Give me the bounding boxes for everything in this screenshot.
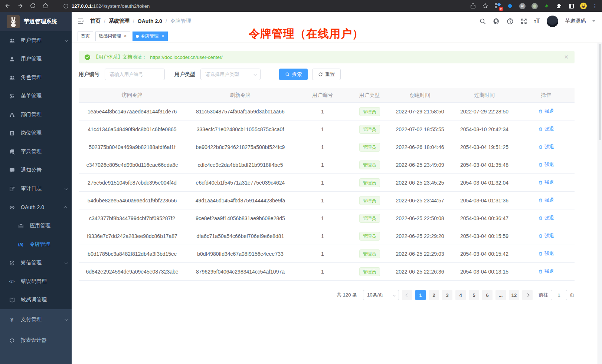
back-icon[interactable] [4, 3, 11, 9]
force-logout-button[interactable]: 强退 [538, 250, 554, 257]
github-icon[interactable] [493, 18, 500, 25]
page-button-3[interactable]: 3 [442, 290, 452, 300]
scrollbar-thumb[interactable] [599, 44, 601, 140]
alert-doc-link[interactable]: https://doc.iocoder.cn/user-center/ [150, 54, 223, 60]
expire-time-cell: 2054-03-04 19:51:25 [451, 144, 518, 150]
sidebar-item-12[interactable]: (A)令牌管理 [0, 235, 72, 254]
sidebar-item-3[interactable]: 角色管理 [0, 68, 72, 87]
sidebar-item-label: 令牌管理 [30, 241, 50, 248]
goto-page-input[interactable] [551, 290, 567, 300]
refresh-token-cell: 333ecfc71e02480cb11055c875c3ca0f [186, 126, 295, 132]
sidebar-item-6[interactable]: 岗位管理 [0, 124, 72, 142]
breadcrumb-item-3[interactable]: OAuth 2.0 [138, 18, 162, 24]
page-size-select[interactable]: 10条/页 [363, 290, 399, 300]
reload-icon[interactable] [30, 3, 36, 9]
forward-icon[interactable] [17, 3, 24, 9]
shield-icon [9, 260, 15, 266]
bookmark-star-icon[interactable] [482, 3, 489, 9]
sidebar-item-15[interactable]: 敏感词管理 [0, 291, 72, 309]
home-icon[interactable] [42, 3, 49, 9]
force-logout-button[interactable]: 强退 [538, 268, 554, 275]
extension-star-icon[interactable]: ✶ [543, 3, 550, 9]
sidebar-item-17[interactable]: 报表设计器 [0, 330, 72, 351]
page-button-1[interactable]: 1 [415, 290, 426, 300]
next-page-button[interactable] [522, 290, 533, 300]
sidebar-item-2[interactable]: 用户管理 [0, 50, 72, 68]
sidebar-item-13[interactable]: 短信管理 [0, 254, 72, 272]
fullscreen-icon[interactable] [520, 18, 527, 25]
sidebar-item-8[interactable]: 通知公告 [0, 161, 72, 179]
tab-1[interactable]: 首页 [78, 32, 93, 41]
refresh-token-cell: 49d1aa46d1454fbd87591444423be9fa [186, 198, 295, 203]
username[interactable]: 芋道源码 [565, 18, 586, 24]
table-row: 41c41346a548490f9dc8b01c6bfe0865333ecfc7… [79, 120, 575, 138]
extension-reader-icon[interactable] [568, 3, 575, 9]
force-logout-button[interactable]: 强退 [538, 232, 554, 239]
extension-puzzle-icon[interactable] [556, 3, 562, 9]
extension-command-icon[interactable]: ⌘ [519, 3, 526, 9]
app-logo[interactable]: 芋道管理系统 [0, 12, 72, 31]
page-button-5[interactable]: 5 [469, 290, 479, 300]
extension-record-icon[interactable] [531, 3, 538, 9]
page-button-2[interactable]: 2 [429, 290, 439, 300]
url-path: :1024/system/oauth2/token [92, 3, 150, 9]
refresh-token-cell: 811c530487574fa0af1a59d3abc1aa66 [186, 109, 295, 115]
scrollbar[interactable] [598, 43, 602, 364]
alert-text: 【用户体系】文档地址： [94, 54, 147, 60]
sidebar-item-1[interactable]: 租户管理 [0, 31, 72, 50]
sidebar-item-14[interactable]: </>错误码管理 [0, 272, 72, 291]
sidebar-item-16[interactable]: ¥支付管理 [0, 309, 72, 330]
search-button[interactable]: 搜索 [279, 69, 308, 80]
extension-gem-icon[interactable] [507, 3, 513, 9]
search-icon[interactable] [479, 18, 486, 25]
sidebar-item-label: 支付管理 [21, 316, 42, 323]
force-logout-button[interactable]: 强退 [538, 197, 554, 203]
user-type-select[interactable] [200, 69, 261, 80]
alert-close-icon[interactable]: ✕ [564, 54, 569, 60]
page-button-6[interactable]: 6 [482, 290, 493, 300]
sidebar-item-10[interactable]: OAuth 2.0 [0, 198, 72, 216]
pager-more[interactable]: ... [495, 290, 506, 300]
caret-down-icon[interactable] [592, 20, 595, 23]
page-button-12[interactable]: 12 [509, 290, 519, 300]
column-header-1: 访问令牌 [79, 92, 186, 99]
force-logout-button[interactable]: 强退 [538, 215, 554, 221]
info-icon[interactable] [63, 3, 69, 9]
tab-2[interactable]: 敏感词管理✕ [95, 32, 130, 41]
user-avatar[interactable] [547, 16, 558, 27]
prev-page-button[interactable] [402, 290, 412, 300]
user-type-cell: 管理员 [350, 196, 389, 205]
extension-grid-icon[interactable]: 9 [494, 3, 501, 9]
sidebar-menu: 租户管理用户管理角色管理菜单管理部门管理岗位管理字典管理通知公告审计日志OAut… [0, 31, 72, 351]
user-id-input[interactable] [105, 69, 165, 80]
address-bar[interactable]: 127.0.0.1:1024/system/oauth2/token [63, 3, 470, 9]
share-icon[interactable] [470, 3, 477, 9]
sidebar-item-7[interactable]: 字典管理 [0, 142, 72, 161]
user-type-label: 用户类型 [174, 71, 195, 78]
tab-3[interactable]: 令牌管理✕ [132, 32, 168, 41]
tab-close-icon[interactable]: ✕ [161, 34, 164, 39]
sidebar-item-9[interactable]: 审计日志 [0, 179, 72, 198]
font-size-icon[interactable]: тT [534, 17, 540, 25]
tab-close-icon[interactable]: ✕ [124, 34, 127, 39]
force-logout-button[interactable]: 强退 [538, 161, 554, 168]
force-logout-button[interactable]: 强退 [538, 179, 554, 186]
help-icon[interactable] [507, 18, 514, 25]
reset-button[interactable]: 重置 [312, 69, 341, 80]
breadcrumb-item-1[interactable]: 首页 [90, 18, 101, 24]
hamburger-icon[interactable] [77, 17, 84, 25]
page-button-4[interactable]: 4 [455, 290, 466, 300]
force-logout-button[interactable]: 强退 [538, 143, 554, 150]
force-logout-button[interactable]: 强退 [538, 126, 554, 132]
sidebar-item-4[interactable]: 菜单管理 [0, 87, 72, 105]
breadcrumb-item-2[interactable]: 系统管理 [109, 18, 130, 24]
browser-menu-icon[interactable]: ⋮ [592, 3, 598, 9]
force-logout-button[interactable]: 强退 [538, 108, 554, 115]
user-type-cell: 管理员 [350, 161, 389, 169]
sidebar-item-11[interactable]: 应用管理 [0, 216, 72, 235]
sidebar-item-5[interactable]: 部门管理 [0, 105, 72, 124]
access-token-cell: c342377bf8b344799dcbf7bf095287f2 [79, 215, 186, 221]
refresh-token-cell: 8796295f04064c2983414cc54af1097a [186, 269, 295, 275]
profile-avatar-icon[interactable] [580, 3, 587, 9]
user-type-tag: 管理员 [359, 161, 380, 169]
